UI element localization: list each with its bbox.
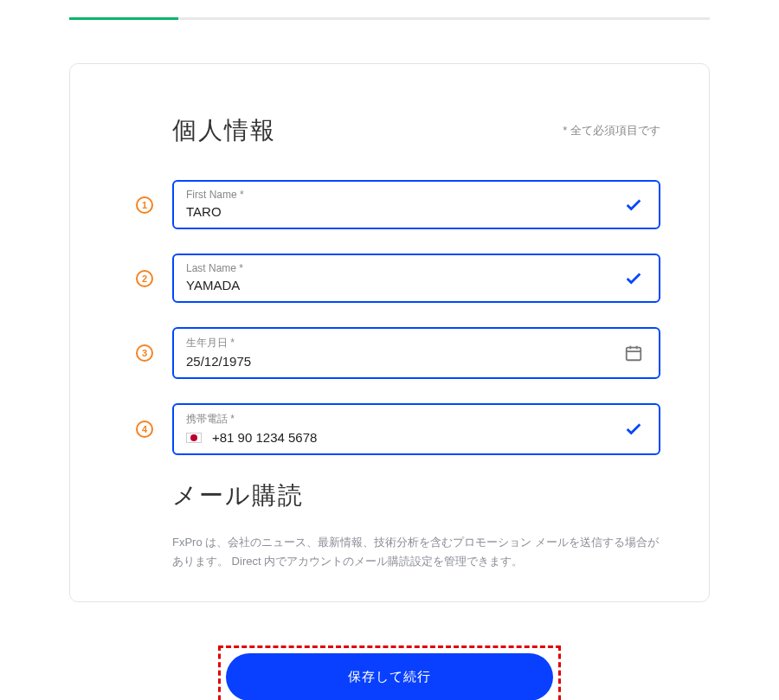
last-name-row: 2 Last Name * YAMADA: [119, 254, 660, 303]
check-icon: [624, 269, 643, 288]
svg-rect-0: [627, 348, 641, 361]
first-name-input[interactable]: First Name * TARO: [172, 180, 660, 229]
dob-input[interactable]: 生年月日 * 25/12/1975: [172, 327, 660, 379]
submit-highlight: 保存して続行: [218, 645, 561, 700]
badge-2: 2: [136, 270, 153, 287]
last-name-label: Last Name *: [186, 262, 647, 274]
phone-input[interactable]: 携帯電話 * +81 90 1234 5678: [172, 403, 660, 455]
badge-1: 1: [136, 196, 153, 214]
mail-desc: FxPro は、会社のニュース、最新情報、技術分析を含むプロモーション メールを…: [172, 533, 660, 571]
last-name-input[interactable]: Last Name * YAMADA: [172, 254, 660, 303]
mail-heading: メール購読: [172, 479, 660, 512]
flag-japan-icon[interactable]: [186, 433, 202, 443]
page-title: 個人情報: [172, 114, 276, 147]
required-note: * 全て必須項目です: [563, 123, 660, 138]
dob-value: 25/12/1975: [186, 354, 647, 369]
progress-bar: [69, 17, 710, 20]
badge-3: 3: [136, 344, 153, 362]
first-name-row: 1 First Name * TARO: [119, 180, 660, 229]
last-name-value: YAMADA: [186, 278, 647, 292]
phone-label: 携帯電話 *: [186, 412, 647, 427]
check-icon: [624, 196, 643, 215]
dob-row: 3 生年月日 * 25/12/1975: [119, 327, 660, 379]
dob-label: 生年月日 *: [186, 336, 647, 350]
form-card: 個人情報 * 全て必須項目です 1 First Name * TARO 2 La…: [69, 63, 710, 602]
check-icon: [624, 420, 643, 439]
first-name-label: First Name *: [186, 189, 647, 201]
calendar-icon[interactable]: [624, 344, 643, 363]
progress-fill: [69, 17, 178, 20]
first-name-value: TARO: [186, 204, 647, 219]
phone-row: 4 携帯電話 * +81 90 1234 5678: [119, 403, 660, 455]
badge-4: 4: [136, 421, 153, 438]
phone-value: +81 90 1234 5678: [212, 430, 317, 445]
save-continue-button[interactable]: 保存して続行: [226, 653, 553, 700]
